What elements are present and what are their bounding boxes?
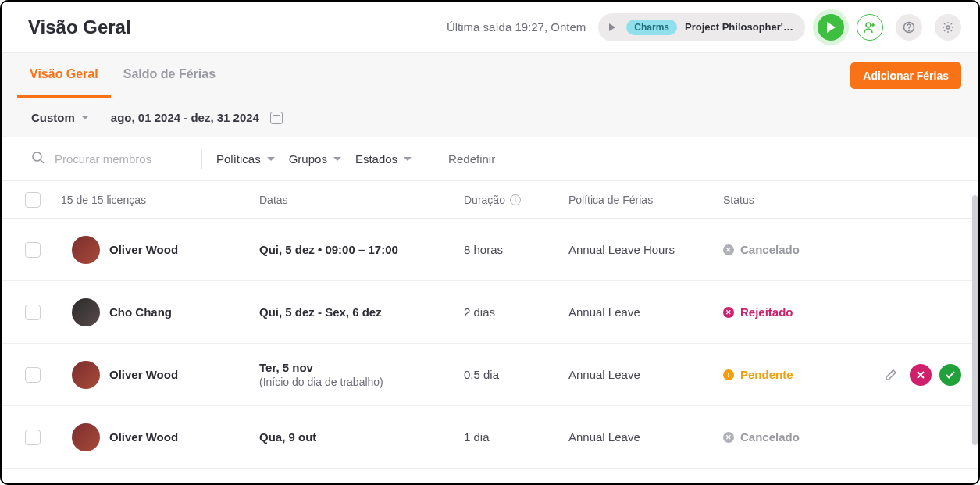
dates-cell: Qua, 9 out xyxy=(259,430,464,444)
filter-groups-label: Grupos xyxy=(289,152,327,166)
member-cell: Cho Chang xyxy=(41,298,259,326)
table-row: Oliver Wood Qui, 5 dez • 09:00 – 17:00 8… xyxy=(2,219,978,281)
header-policy: Política de Férias xyxy=(568,194,723,206)
tab-balance[interactable]: Saldo de Férias xyxy=(111,53,228,98)
reject-button[interactable] xyxy=(910,364,932,386)
topbar: Visão Geral Última saída 19:27, Ontem Ch… xyxy=(2,2,978,53)
svg-point-4 xyxy=(33,152,41,161)
status-dot-icon: ! xyxy=(723,369,734,380)
policy-cell: Annual Leave xyxy=(568,368,723,381)
last-exit-text: Última saída 19:27, Ontem xyxy=(447,20,586,34)
chevron-down-icon xyxy=(333,157,341,161)
calendar-icon xyxy=(270,112,283,124)
filter-states[interactable]: Estados xyxy=(355,152,412,166)
avatar xyxy=(72,236,100,264)
filter-policies-label: Políticas xyxy=(216,152,261,166)
reset-filters[interactable]: Redefinir xyxy=(448,152,495,166)
svg-point-0 xyxy=(866,23,871,27)
policy-cell: Annual Leave xyxy=(568,305,723,319)
scrollbar[interactable] xyxy=(972,195,978,445)
help-button[interactable] xyxy=(896,14,922,41)
svg-point-3 xyxy=(946,26,950,29)
filter-groups[interactable]: Grupos xyxy=(289,152,341,166)
chevron-down-icon xyxy=(81,116,89,119)
table-row: Oliver Wood Ter, 5 nov (Início do dia de… xyxy=(2,344,978,406)
tab-overview[interactable]: Visão Geral xyxy=(17,53,111,98)
member-cell: Oliver Wood xyxy=(41,236,259,264)
header-dates: Datas xyxy=(259,194,464,206)
table-row: Oliver Wood Qua, 9 out 1 dia Annual Leav… xyxy=(2,406,978,469)
member-cell: Oliver Wood xyxy=(41,423,259,451)
dates-main: Qui, 5 dez - Sex, 6 dez xyxy=(259,305,464,319)
select-all-checkbox[interactable] xyxy=(25,192,41,208)
filter-row: Políticas Grupos Estados Redefinir xyxy=(2,137,978,181)
header-duration-label: Duração xyxy=(464,194,505,206)
approve-button[interactable] xyxy=(939,364,961,386)
filter-states-label: Estados xyxy=(355,152,397,166)
duration-cell: 1 dia xyxy=(464,430,568,444)
duration-cell: 8 horas xyxy=(464,243,568,256)
table-header: 15 de 15 licenças Datas Duração i Políti… xyxy=(2,181,978,219)
row-checkbox[interactable] xyxy=(25,242,41,258)
tabs: Visão Geral Saldo de Férias xyxy=(17,53,228,98)
filter-policies[interactable]: Políticas xyxy=(216,152,275,166)
member-name: Oliver Wood xyxy=(109,243,178,256)
project-name: Project Philosopher's St... xyxy=(685,21,794,33)
project-pill[interactable]: Charms Project Philosopher's St... xyxy=(598,13,805,41)
settings-button[interactable] xyxy=(935,14,961,41)
divider xyxy=(426,149,426,169)
dates-main: Ter, 5 nov xyxy=(259,361,464,374)
chevron-down-icon xyxy=(267,157,275,161)
status-dot-icon: ✕ xyxy=(723,432,734,443)
add-vacation-button[interactable]: Adicionar Férias xyxy=(850,62,961,89)
dates-main: Qui, 5 dez • 09:00 – 17:00 xyxy=(259,243,464,256)
dates-cell: Ter, 5 nov (Início do dia de trabalho) xyxy=(259,361,464,388)
date-mode-label: Custom xyxy=(31,111,75,124)
status-cell: ! Pendente xyxy=(723,368,856,381)
row-checkbox[interactable] xyxy=(25,430,41,445)
status-cell: ✕ Rejeitado xyxy=(723,305,856,319)
duration-cell: 2 dias xyxy=(464,305,568,319)
duration-cell: 0.5 dia xyxy=(464,368,568,381)
dates-cell: Qui, 5 dez - Sex, 6 dez xyxy=(259,305,464,319)
member-name: Oliver Wood xyxy=(109,430,178,444)
page-title: Visão Geral xyxy=(28,16,131,38)
status-dot-icon: ✕ xyxy=(723,307,734,318)
topbar-right: Última saída 19:27, Ontem Charms Project… xyxy=(447,13,961,41)
tabs-row: Visão Geral Saldo de Férias Adicionar Fé… xyxy=(2,53,978,98)
row-checkbox[interactable] xyxy=(25,305,41,320)
row-checkbox[interactable] xyxy=(25,367,41,383)
date-filter-row: Custom ago, 01 2024 - dez, 31 2024 xyxy=(2,98,978,137)
status-dot-icon: ✕ xyxy=(723,244,734,255)
member-cell: Oliver Wood xyxy=(41,361,259,389)
project-tag: Charms xyxy=(626,20,677,35)
table-body: Oliver Wood Qui, 5 dez • 09:00 – 17:00 8… xyxy=(2,219,978,469)
policy-cell: Annual Leave xyxy=(568,430,723,444)
search-input[interactable] xyxy=(55,152,180,166)
date-mode-dropdown[interactable]: Custom xyxy=(31,111,89,124)
chevron-down-icon xyxy=(404,157,412,161)
avatar xyxy=(72,361,100,389)
status-label: Cancelado xyxy=(740,430,800,444)
avatar xyxy=(72,423,100,451)
avatar xyxy=(72,298,100,326)
svg-point-2 xyxy=(908,30,909,30)
table-row: Cho Chang Qui, 5 dez - Sex, 6 dez 2 dias… xyxy=(2,281,978,344)
header-status: Status xyxy=(723,194,856,206)
policy-cell: Annual Leave Hours xyxy=(568,243,723,256)
header-count: 15 de 15 licenças xyxy=(41,194,259,206)
status-cell: ✕ Cancelado xyxy=(723,430,856,444)
dates-cell: Qui, 5 dez • 09:00 – 17:00 xyxy=(259,243,464,256)
assign-user-button[interactable] xyxy=(857,14,883,41)
member-name: Oliver Wood xyxy=(109,368,178,381)
member-name: Cho Chang xyxy=(109,305,172,319)
edit-button[interactable] xyxy=(880,364,902,386)
row-actions xyxy=(856,364,963,386)
search-icon xyxy=(31,151,45,168)
dates-main: Qua, 9 out xyxy=(259,430,464,444)
date-range-picker[interactable]: ago, 01 2024 - dez, 31 2024 xyxy=(111,111,283,124)
play-button[interactable] xyxy=(818,14,844,41)
date-range-label: ago, 01 2024 - dez, 31 2024 xyxy=(111,111,259,124)
divider xyxy=(201,149,202,169)
info-icon[interactable]: i xyxy=(510,194,521,205)
